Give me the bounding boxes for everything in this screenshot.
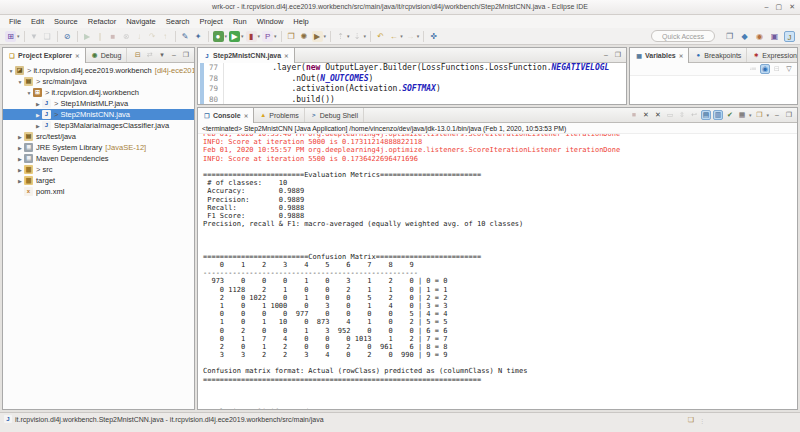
- variables-body[interactable]: [630, 76, 797, 105]
- save-all-icon[interactable]: ❏: [42, 31, 53, 42]
- java-perspective-icon[interactable]: J: [784, 31, 795, 42]
- collapse-all-icon[interactable]: ⊟: [772, 64, 782, 74]
- tree-expander-icon[interactable]: ▶: [16, 134, 24, 140]
- terminate-icon[interactable]: ■: [629, 110, 639, 120]
- previous-annotation-dropdown-icon[interactable]: ▾: [347, 33, 350, 39]
- show-stderr-icon[interactable]: ▥: [713, 110, 723, 120]
- tree-item-it-rcpvision-dl4j-ece2019-workbench[interactable]: ▼◪>it.rcpvision.dl4j.ece2019.workbench[d…: [3, 65, 194, 76]
- tree-item-jre-system-library[interactable]: ▶≣JRE System Library[JavaSE-12]: [3, 142, 194, 153]
- next-annotation-dropdown-icon[interactable]: ▾: [364, 33, 367, 39]
- tree-item-step3malariaimagesclassifier-java[interactable]: ▶JStep3MalariaImagesClassifier.java: [3, 120, 194, 131]
- menu-help[interactable]: Help: [288, 17, 313, 26]
- show-selected-element-icon[interactable]: ✦: [193, 31, 204, 42]
- tree-expander-icon[interactable]: ▶: [34, 112, 42, 118]
- external-tools-icon[interactable]: ▶: [312, 31, 323, 42]
- open-console-icon[interactable]: ❐: [754, 110, 764, 120]
- tree-item-src-test-java[interactable]: ▶▤src/test/java: [3, 131, 194, 142]
- skip-breakpoints-icon[interactable]: ⊘: [62, 31, 73, 42]
- view-menu-icon[interactable]: ▽: [784, 64, 794, 74]
- maximize-view-icon[interactable]: ❐: [613, 50, 623, 60]
- editor-line-77[interactable]: 77 .layer(new OutputLayer.Builder(LossFu…: [198, 63, 626, 74]
- back-dropdown-icon[interactable]: ▾: [400, 33, 403, 39]
- step-return-icon[interactable]: ↑: [160, 31, 171, 42]
- tab-close-icon[interactable]: ✕: [244, 113, 249, 119]
- tab-debug[interactable]: ◉Debug: [86, 48, 128, 62]
- quick-access-input[interactable]: Quick Access: [651, 30, 715, 42]
- editor-line-79[interactable]: 79 .activation(Activation.SOFTMAX): [198, 84, 626, 95]
- tab-problems[interactable]: ▲Problems: [254, 108, 305, 122]
- menu-source[interactable]: Source: [49, 17, 83, 26]
- maximize-icon[interactable]: ▢: [776, 0, 783, 14]
- previous-annotation-icon[interactable]: ⇡: [335, 31, 346, 42]
- tab-close-icon[interactable]: ✕: [679, 53, 684, 59]
- menu-run[interactable]: Run: [228, 17, 252, 26]
- menu-project[interactable]: Project: [195, 17, 228, 26]
- pin-console-icon[interactable]: ✔: [725, 110, 735, 120]
- search-icon[interactable]: ✺: [299, 31, 310, 42]
- debug-perspective-icon[interactable]: ◆: [739, 31, 750, 42]
- tree-expander-icon[interactable]: ▼: [7, 68, 15, 74]
- tree-expander-icon[interactable]: ▶: [34, 101, 42, 107]
- link-with-editor-icon[interactable]: ⇄: [145, 50, 155, 60]
- last-edit-location-icon[interactable]: ↶: [375, 31, 386, 42]
- tree-item-it-rcpvision-dl4j-workbench[interactable]: ▼⊞>it.rcpvision.dl4j.workbench: [3, 87, 194, 98]
- disconnect-icon[interactable]: ⊗: [121, 31, 132, 42]
- debug-button-icon[interactable]: ●: [213, 31, 224, 42]
- team-perspective-icon[interactable]: ▣: [769, 31, 780, 42]
- console-output[interactable]: Feb 01, 2020 10:55:40 PM org.deeplearnin…: [198, 134, 797, 409]
- show-type-names-icon[interactable]: ≔: [748, 64, 758, 74]
- display-selected-console-icon[interactable]: ▦: [737, 110, 747, 120]
- coverage-button-icon[interactable]: ▮: [246, 31, 257, 42]
- mark-occurrences-icon[interactable]: ✎: [180, 31, 191, 42]
- tab-project-explorer[interactable]: ❏Project Explorer✕: [3, 48, 86, 63]
- word-wrap-icon[interactable]: ↩: [689, 110, 699, 120]
- maximize-view-icon[interactable]: ❐: [181, 50, 191, 60]
- tab-debug-shell[interactable]: >Debug Shell: [305, 108, 364, 122]
- resume-icon[interactable]: ▶: [82, 31, 93, 42]
- tree-item-src[interactable]: ▶▆>src: [3, 164, 194, 175]
- tab-console[interactable]: ❐Console✕: [198, 108, 254, 123]
- tree-expander-icon[interactable]: ▶: [34, 123, 42, 129]
- display-selected-console-dropdown-icon[interactable]: ▾: [749, 112, 752, 118]
- profile-button-dropdown-icon[interactable]: ▾: [274, 33, 277, 39]
- run-button-icon[interactable]: ▶: [229, 31, 240, 42]
- collapse-all-icon[interactable]: ⊟: [133, 50, 143, 60]
- code-editor[interactable]: 77 .layer(new OutputLayer.Builder(LossFu…: [198, 63, 626, 105]
- close-icon[interactable]: ✕: [789, 0, 795, 14]
- remove-all-terminated-icon[interactable]: ✕: [653, 110, 663, 120]
- debug-button-dropdown-icon[interactable]: ▾: [225, 33, 228, 39]
- show-stdout-icon[interactable]: ▤: [701, 110, 711, 120]
- open-perspective-icon[interactable]: ❐: [724, 31, 735, 42]
- open-type-icon[interactable]: ❐: [286, 31, 297, 42]
- show-logical-structure-icon[interactable]: ◉: [760, 64, 770, 74]
- run-button-dropdown-icon[interactable]: ▾: [241, 33, 244, 39]
- menu-file[interactable]: File: [4, 17, 26, 26]
- tab-expressions[interactable]: ∗Expressions: [747, 48, 798, 62]
- tab-step2mnistcnn-java[interactable]: JStep2MnistCNN.java✕: [198, 48, 295, 63]
- tab-close-icon[interactable]: ✕: [284, 53, 289, 59]
- editor-line-80[interactable]: 80 .build()): [198, 95, 626, 106]
- step-into-icon[interactable]: ↓: [134, 31, 145, 42]
- menu-window[interactable]: Window: [252, 17, 289, 26]
- minimize-view-icon[interactable]: –: [169, 50, 179, 60]
- minimize-view-icon[interactable]: –: [772, 110, 782, 120]
- menu-refactor[interactable]: Refactor: [83, 17, 121, 26]
- terminate-icon[interactable]: ■: [108, 31, 119, 42]
- tab-breakpoints[interactable]: ●Breakpoints: [689, 48, 747, 62]
- minimize-icon[interactable]: –: [765, 0, 769, 14]
- profile-button-icon[interactable]: P: [262, 31, 273, 42]
- forward-dropdown-icon[interactable]: ▾: [417, 33, 420, 39]
- menu-navigate[interactable]: Navigate: [121, 17, 161, 26]
- tree-item-maven-dependencies[interactable]: ▶≣Maven Dependencies: [3, 153, 194, 164]
- tree-item-src-main-java[interactable]: ▼▤>src/main/java: [3, 76, 194, 87]
- git-perspective-icon[interactable]: ◉: [754, 31, 765, 42]
- menu-edit[interactable]: Edit: [26, 17, 49, 26]
- clear-console-icon[interactable]: ▭: [665, 110, 675, 120]
- tree-expander-icon[interactable]: ▶: [16, 178, 24, 184]
- tree-expander-icon[interactable]: ▶: [16, 156, 24, 162]
- tree-expander-icon[interactable]: ▼: [25, 90, 33, 96]
- tab-close-icon[interactable]: ✕: [75, 53, 80, 59]
- view-menu-icon[interactable]: ▾: [157, 50, 167, 60]
- pin-editor-icon[interactable]: ✜: [428, 31, 439, 42]
- coverage-button-dropdown-icon[interactable]: ▾: [258, 33, 261, 39]
